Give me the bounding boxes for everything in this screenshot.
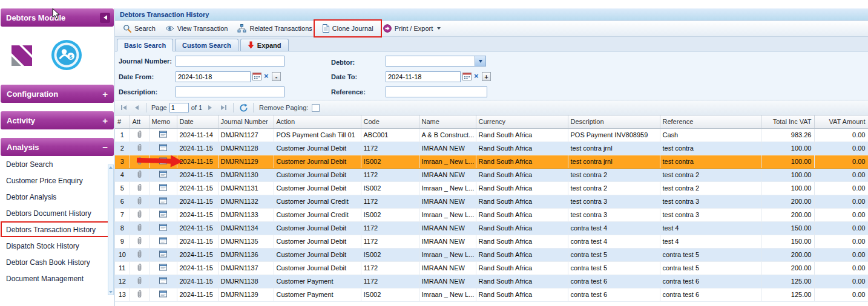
journal-number-input[interactable] xyxy=(176,56,284,67)
clone-journal-button[interactable]: Clone Journal xyxy=(317,22,378,34)
memo-cell[interactable] xyxy=(149,168,177,181)
date-from-clear-button[interactable]: × xyxy=(264,72,269,80)
sidebar-item[interactable]: Dispatch Stock History xyxy=(0,238,114,254)
attachment-cell[interactable] xyxy=(130,168,149,181)
attachment-cell[interactable] xyxy=(130,142,149,155)
print-export-button[interactable]: Print / Export xyxy=(378,22,446,34)
column-header[interactable]: Memo xyxy=(149,116,177,128)
column-header[interactable]: Att xyxy=(130,116,149,128)
column-header[interactable]: Action xyxy=(274,116,361,128)
table-row[interactable]: 6 2024-11-15 DMJRN1132 Customer Journal … xyxy=(115,195,868,208)
debtor-dropdown[interactable] xyxy=(386,56,486,67)
column-header[interactable]: Journal Number xyxy=(218,116,274,128)
column-header[interactable]: Name xyxy=(419,116,476,128)
attachment-cell[interactable] xyxy=(130,288,149,301)
expand-button[interactable]: Expand xyxy=(240,39,289,51)
sidebar-section-configuration[interactable]: Configuration + xyxy=(1,85,114,103)
memo-cell[interactable] xyxy=(149,195,177,208)
date-from-input[interactable] xyxy=(176,71,251,82)
sidebar-item[interactable]: Debtors Transaction History xyxy=(0,221,114,238)
tab-custom-search[interactable]: Custom Search xyxy=(175,39,238,51)
sidebar-scrollbar[interactable] xyxy=(108,164,114,295)
table-row[interactable]: 4 2024-11-15 DMJRN1130 Customer Journal … xyxy=(115,168,868,181)
description-input[interactable] xyxy=(176,86,284,97)
sidebar-item[interactable]: Customer Price Enquiry xyxy=(0,172,114,189)
date-to-calendar-button[interactable] xyxy=(462,71,472,82)
attachment-cell[interactable] xyxy=(130,208,149,221)
memo-cell[interactable] xyxy=(149,208,177,221)
attachment-cell[interactable] xyxy=(130,261,149,275)
attachment-cell[interactable] xyxy=(130,275,149,288)
date-to-input[interactable] xyxy=(386,71,461,82)
column-header[interactable]: Code xyxy=(361,116,419,128)
memo-cell[interactable] xyxy=(149,275,177,288)
collapse-sidebar-button[interactable] xyxy=(100,13,110,23)
calendar-icon xyxy=(252,71,262,82)
attachment-cell[interactable] xyxy=(130,128,149,142)
table-row[interactable]: 13 2024-11-15 DMJRN1139 Customer Payment… xyxy=(115,288,868,301)
reference-input[interactable] xyxy=(386,86,487,97)
column-header[interactable]: Date xyxy=(177,116,218,128)
sidebar-item[interactable]: Debtor Cash Book History xyxy=(0,254,114,270)
table-row[interactable]: 9 2024-11-15 DMJRN1135 Customer Journal … xyxy=(115,235,868,248)
attachment-cell[interactable] xyxy=(130,181,149,195)
table-row[interactable]: 3 2024-11-15 DMJRN1129 Customer Journal … xyxy=(115,155,868,168)
description-cell: contra test 5 xyxy=(568,261,660,275)
last-page-button[interactable] xyxy=(218,102,229,113)
column-header[interactable]: VAT Amount xyxy=(814,116,868,128)
column-header[interactable]: Total Inc VAT xyxy=(761,116,814,128)
attachment-cell[interactable] xyxy=(130,221,149,235)
refresh-button[interactable] xyxy=(238,102,249,113)
memo-cell[interactable] xyxy=(149,235,177,248)
remove-paging-checkbox[interactable] xyxy=(312,104,320,112)
sidebar-item-label: Document Management xyxy=(6,275,84,283)
page-number-input[interactable] xyxy=(169,103,189,112)
table-row[interactable]: 10 2024-11-15 DMJRN1136 Customer Journal… xyxy=(115,248,868,261)
related-transactions-button[interactable]: Related Transactions xyxy=(232,22,317,34)
memo-cell[interactable] xyxy=(149,142,177,155)
table-row[interactable]: 12 2024-11-15 DMJRN1138 Customer Payment… xyxy=(115,275,868,288)
column-header[interactable]: Currency xyxy=(476,116,568,128)
sidebar-item[interactable]: Debtor Analysis xyxy=(0,189,114,205)
date-from-minus-button[interactable]: - xyxy=(272,72,281,81)
date-to-clear-button[interactable]: × xyxy=(474,72,479,80)
total-inc-vat-cell: 200.00 xyxy=(761,261,814,275)
dropdown-trigger[interactable] xyxy=(475,56,485,66)
column-header[interactable]: # xyxy=(115,116,130,128)
memo-cell[interactable] xyxy=(149,248,177,261)
row-number-cell: 10 xyxy=(115,248,130,261)
table-row[interactable]: 11 2024-11-15 DMJRN1137 Customer Journal… xyxy=(115,261,868,275)
sidebar-item[interactable]: Debtor Search xyxy=(0,156,114,172)
previous-page-button[interactable] xyxy=(131,102,142,113)
first-page-button[interactable] xyxy=(118,102,129,113)
sidebar-item[interactable]: Document Management xyxy=(0,270,114,287)
table-row[interactable]: 8 2024-11-15 DMJRN1134 Customer Journal … xyxy=(115,221,868,235)
search-button[interactable]: Search xyxy=(118,22,160,34)
column-header[interactable]: Reference xyxy=(660,116,761,128)
date-from-calendar-button[interactable] xyxy=(252,71,262,82)
memo-cell[interactable] xyxy=(149,288,177,301)
sidebar-section-analysis[interactable]: Analysis − xyxy=(1,138,114,156)
memo-cell[interactable] xyxy=(149,181,177,195)
view-transaction-button[interactable]: View Transaction xyxy=(160,23,233,34)
table-row[interactable]: 2 2024-11-15 DMJRN1128 Customer Journal … xyxy=(115,142,868,155)
memo-cell[interactable] xyxy=(149,221,177,235)
attachment-cell[interactable] xyxy=(130,235,149,248)
row-number-cell: 8 xyxy=(115,221,130,235)
memo-cell[interactable] xyxy=(149,261,177,275)
action-cell: Customer Payment xyxy=(274,275,361,288)
date-to-plus-button[interactable]: + xyxy=(482,72,491,81)
table-row[interactable]: 1 2024-11-14 DMJRN1127 POS Payment Cash … xyxy=(115,128,868,142)
attachment-cell[interactable] xyxy=(130,248,149,261)
table-row[interactable]: 7 2024-11-15 DMJRN1133 Customer Journal … xyxy=(115,208,868,221)
column-header[interactable]: Description xyxy=(568,116,660,128)
next-page-button[interactable] xyxy=(205,102,215,113)
attachment-cell[interactable] xyxy=(130,195,149,208)
sidebar-section-activity[interactable]: Activity + xyxy=(1,111,114,129)
table-row[interactable]: 5 2024-11-15 DMJRN1131 Customer Journal … xyxy=(115,181,868,195)
tab-basic-search[interactable]: Basic Search xyxy=(117,39,173,51)
memo-cell[interactable] xyxy=(149,128,177,142)
currency-cell: Rand South Africa xyxy=(476,181,568,195)
arrow-right-icon xyxy=(208,105,212,110)
sidebar-item[interactable]: Debtors Document History xyxy=(0,205,114,221)
